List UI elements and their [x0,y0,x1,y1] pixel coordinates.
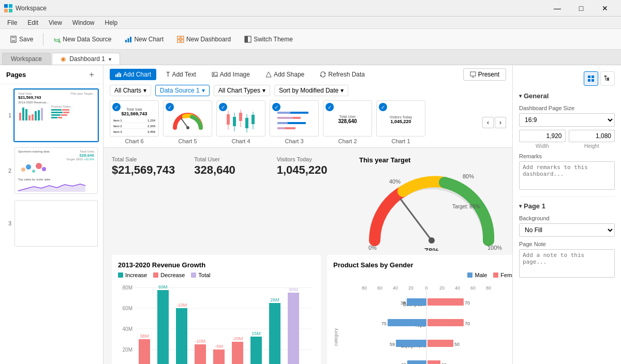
legend-male: Male [467,272,487,278]
svg-rect-94 [232,342,243,364]
next-chart-button[interactable]: › [495,117,506,128]
dashboard1-tab[interactable]: ◉ Dashboard 1 ▾ [52,53,120,65]
chart-thumb-4[interactable]: ✓ [216,100,265,144]
right-panel-icons [519,71,615,86]
svg-marker-40 [266,72,271,77]
close-btn[interactable]: ✕ [593,0,617,17]
add-page-button[interactable]: ＋ [86,69,97,80]
add-chart-button[interactable]: Add Chart [110,69,156,80]
svg-rect-3 [9,9,12,12]
panel-tree-icon-button[interactable] [600,71,615,86]
height-input[interactable] [569,130,615,142]
width-input[interactable] [519,130,566,142]
legend-dot-female [493,272,498,278]
svg-text:40M: 40M [123,326,132,332]
present-button[interactable]: Present [463,68,506,81]
svg-rect-84 [139,339,150,364]
new-data-source-button[interactable]: New Data Source [48,33,117,46]
svg-rect-6 [12,36,15,38]
chart-thumb-6[interactable]: ✓ Total Sale $21,569,743 Item 11,234 It [110,100,159,144]
center-area: Add Chart T Add Text Add Image Add Shape… [103,65,512,364]
remarks-textarea[interactable] [519,161,615,190]
add-image-button[interactable]: Add Image [206,68,256,81]
svg-rect-35 [117,73,118,77]
new-chart-button[interactable]: New Chart [119,33,169,46]
chart-thumb-img-6: ✓ Total Sale $21,569,743 Item 11,234 It [110,100,159,136]
background-select[interactable]: No Fill Color Fill Image Fill [519,223,615,237]
chart-thumb-5[interactable]: ✓ Chart 5 [163,100,212,144]
svg-text:40%: 40% [389,178,401,185]
app-logo [4,4,12,12]
data-source-filter[interactable]: Data Source 1 ▾ [155,85,210,96]
chart-thumb-img-2: ✓ Total User 328,640 [323,100,372,136]
dashboard-content: Total Sale $21,569,743 Total User 328,64… [103,148,512,364]
svg-rect-124 [427,298,464,306]
page-item-2[interactable]: Sportmen training data Total Units 328,6… [13,146,99,195]
menu-view[interactable]: View [43,18,67,27]
chart-thumb-3[interactable]: ✓ Chart 3 [270,100,319,144]
sort-filter[interactable]: Sort by Modified Date ▾ [274,85,348,96]
maximize-btn[interactable]: □ [569,0,593,17]
svg-rect-129 [427,319,464,326]
save-button[interactable]: Save [4,33,39,46]
pages-panel: Pages ＋ 1 Total Sale $21,569,743 This y [0,65,103,364]
check-icon-1: ✓ [379,103,387,111]
svg-rect-43 [470,72,476,76]
svg-rect-27 [38,110,40,120]
menu-edit[interactable]: Edit [22,18,43,27]
menu-window[interactable]: Window [67,18,100,27]
svg-rect-62 [277,112,290,114]
page-item-1[interactable]: Total Sale $21,569,743 This year Target.… [13,88,99,142]
prev-chart-button[interactable]: ‹ [482,117,494,128]
workspace-tab[interactable]: Workspace [2,53,51,65]
svg-point-67 [428,237,435,244]
all-charts-filter[interactable]: All Charts ▾ [110,85,151,96]
page-thumb-1: Total Sale $21,569,743 This year Target.… [14,89,98,141]
visitors-today-label: Visitors Today [277,156,351,162]
page-note-textarea[interactable] [519,249,615,278]
chart-thumb-img-3: ✓ [270,100,319,136]
chart-thumb-1[interactable]: ✓ Visitors Today 1,045,220 Chart 1 [376,100,425,144]
svg-rect-132 [396,340,426,347]
menu-help[interactable]: Help [100,18,123,27]
check-icon-3: ✓ [272,103,280,111]
panel-layout-icon-button[interactable] [584,71,598,86]
svg-text:80%: 80% [463,173,474,179]
new-dashboard-button[interactable]: New Dashboard [171,33,236,46]
width-box: Width [519,130,566,149]
switch-theme-button[interactable]: Switch Theme [239,33,299,46]
page-size-select[interactable]: 16:9 4:3 A4 Custom [519,113,615,127]
total-sale-stat: Total Sale $21,569,743 [112,156,186,251]
menu-bar: File Edit View Window Help [0,17,621,29]
refresh-data-button[interactable]: Refresh Data [314,68,371,81]
revenue-title: 2013-2020 Revenue Growth [118,261,315,269]
svg-rect-13 [128,38,129,42]
svg-rect-90 [195,344,206,364]
menu-file[interactable]: File [2,18,22,27]
chart-thumb-img-1: ✓ Visitors Today 1,045,220 [376,100,425,136]
stats-row: Total Sale $21,569,743 Total User 328,64… [112,156,504,251]
svg-rect-92 [213,350,225,364]
add-text-button[interactable]: T Add Text [160,68,202,81]
dimensions-row: Width Height [519,130,615,149]
svg-text:80: 80 [362,285,367,291]
chart-thumb-2[interactable]: ✓ Total User 328,640 Chart 2 [323,100,372,144]
add-shape-button[interactable]: Add Shape [260,68,310,81]
chart-types-filter[interactable]: All Chart Types ▾ [214,85,270,96]
minimize-btn[interactable]: — [545,0,569,17]
svg-rect-96 [250,337,262,364]
dashboard-main: 2013-2020 Revenue Growth Increase Decrea… [112,255,504,364]
dashboard-page-size-group: Dashboard Page Size 16:9 4:3 A4 Custom [519,105,615,127]
svg-rect-0 [4,4,8,8]
page-item-3[interactable] [13,199,99,248]
page-size-label: Dashboard Page Size [519,105,615,111]
svg-text:26M: 26M [270,297,279,302]
width-label: Width [519,143,566,149]
svg-text:-10M: -10M [195,339,206,344]
svg-rect-98 [269,303,280,364]
page-number-3: 3 [4,220,11,226]
svg-text:50: 50 [454,342,460,347]
svg-text:59: 59 [390,342,395,347]
check-icon-2: ✓ [326,103,334,111]
right-panel: ▾ General Dashboard Page Size 16:9 4:3 A… [512,65,621,364]
